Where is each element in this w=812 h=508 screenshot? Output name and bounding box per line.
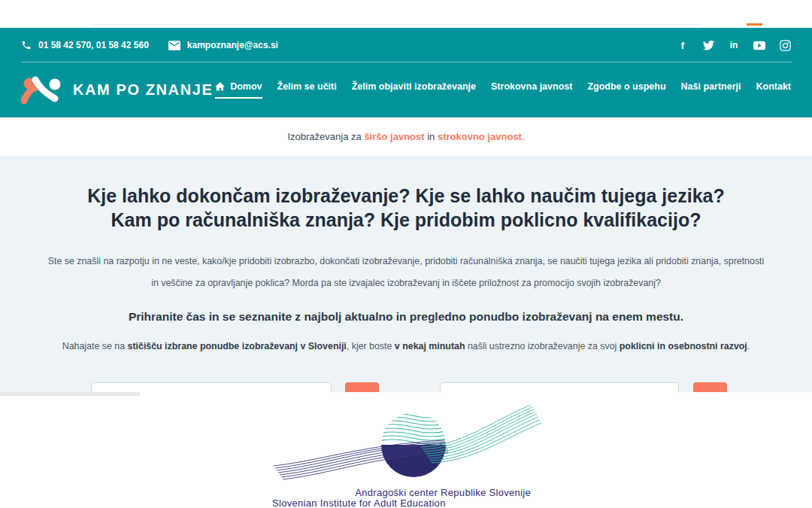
p2-part: . (747, 341, 750, 351)
p2-part: našli ustrezno izobraževanje za svoj (465, 341, 620, 351)
search-input-2[interactable] (440, 382, 679, 392)
youtube-icon[interactable] (753, 39, 765, 51)
nav-item-zelim-se-uciti[interactable]: Želim se učiti (277, 81, 337, 99)
facebook-icon[interactable]: f (677, 39, 689, 51)
social-links: f in (677, 39, 791, 51)
youtube-play (753, 41, 765, 50)
instagram-icon[interactable] (779, 39, 791, 51)
strokovna-javnost-link[interactable]: strokovno javnost (438, 131, 522, 142)
nav-item-label: Naši partnerji (681, 81, 741, 92)
strip-text: Izobraževanja za širšo javnost in stroko… (287, 131, 524, 142)
p2-part: Nahajate se na (62, 341, 128, 351)
remnant-orange-dash (747, 23, 762, 26)
phone-numbers: 01 58 42 570, 01 58 42 560 (38, 40, 149, 50)
nav-item-zelim-objaviti-izobrazevanje[interactable]: Želim objaviti izobraževanje (352, 81, 476, 99)
hero-heading-line1: Kje lahko dokončam izobraževanje? Kje se… (87, 185, 725, 206)
main-navigation: KAM PO ZNANJE Domov Želim se učiti Želim… (0, 62, 812, 117)
acs-logo-link[interactable]: Andragoški center Republike Slovenije Sl… (262, 403, 550, 508)
brand-mark-icon (21, 75, 63, 106)
footer: Andragoški center Republike Slovenije Sl… (0, 392, 812, 508)
facebook-glyph: f (681, 41, 684, 50)
phone-link[interactable]: 01 58 42 570, 01 58 42 560 (21, 40, 149, 50)
nav-item-label: Želim se učiti (277, 81, 337, 92)
search-input-1[interactable] (91, 382, 332, 392)
sirso-javnost-link[interactable]: širšo javnost (364, 131, 424, 142)
hero-paragraph-1: Ste se znašli na razpotju in ne veste, k… (44, 251, 768, 294)
search-button-1[interactable] (345, 382, 379, 392)
email-link[interactable]: kampoznanje@acs.si (168, 40, 278, 50)
mail-icon (168, 41, 180, 50)
hero-paragraph-2: Nahajate se na stičišču izbrane ponudbe … (0, 341, 812, 351)
nav-item-label: Kontakt (756, 81, 791, 92)
p2-part: , kjer boste (347, 341, 395, 351)
twitter-icon[interactable] (702, 39, 714, 51)
nav-item-label: Želim objaviti izobraževanje (352, 81, 476, 92)
linkedin-icon[interactable]: in (728, 39, 740, 51)
phone-icon (21, 40, 32, 50)
search-row (0, 382, 812, 392)
nav-item-label: Strokovna javnost (491, 81, 572, 92)
nav-item-nasi-partnerji[interactable]: Naši partnerji (681, 81, 741, 99)
site-logo[interactable]: KAM PO ZNANJE (21, 75, 213, 106)
email-address: kampoznanje@acs.si (187, 40, 278, 50)
linkedin-glyph: in (730, 41, 738, 50)
nav-menu: Domov Želim se učiti Želim objaviti izob… (215, 81, 791, 99)
nav-item-zgodbe-o-uspehu[interactable]: Zgodbe o uspehu (587, 81, 665, 99)
search-button-2[interactable] (693, 382, 727, 392)
strip-part: in (425, 131, 438, 142)
strip-part: Izobraževanja za (287, 131, 364, 142)
hero-statement: Prihranite čas in se seznanite z najbolj… (0, 310, 812, 324)
instagram-glyph (780, 40, 791, 51)
nav-item-strokovna-javnost[interactable]: Strokovna javnost (491, 81, 572, 99)
p2-bold: stičišču izbrane ponudbe izobraževanj v … (128, 341, 347, 351)
acs-logo-icon (262, 403, 550, 485)
acs-name-slovenian: Andragoški center Republike Slovenije (262, 488, 550, 498)
browser-remnant-strip (0, 0, 812, 28)
remnant-divider (90, 24, 701, 25)
p2-bold: poklicni in osebnostni razvoj (620, 341, 747, 351)
nav-item-label: Zgodbe o uspehu (587, 81, 665, 92)
audience-strip: Izobraževanja za širšo javnost in stroko… (0, 117, 812, 156)
twitter-bird (703, 41, 714, 50)
hero-section: Kje lahko dokončam izobraževanje? Kje se… (0, 156, 812, 392)
strip-part: . (522, 131, 525, 142)
hero-heading-line2: Kam po računalniška znanja? Kje pridobim… (111, 209, 701, 230)
p2-bold: v nekaj minutah (395, 341, 465, 351)
home-icon (215, 82, 226, 91)
nav-item-domov[interactable]: Domov (215, 81, 262, 99)
nav-item-label: Domov (230, 81, 262, 92)
hero-heading: Kje lahko dokončam izobraževanje? Kje se… (0, 156, 812, 232)
topbar-divider (21, 62, 792, 62)
contact-bar: 01 58 42 570, 01 58 42 560 kampoznanje@a… (0, 28, 812, 62)
acs-name-english: Slovenian Institute for Adult Education (262, 498, 550, 508)
brand-name: KAM PO ZNANJE (73, 81, 213, 99)
partial-element-remnant (0, 392, 140, 396)
nav-item-kontakt[interactable]: Kontakt (756, 81, 791, 99)
